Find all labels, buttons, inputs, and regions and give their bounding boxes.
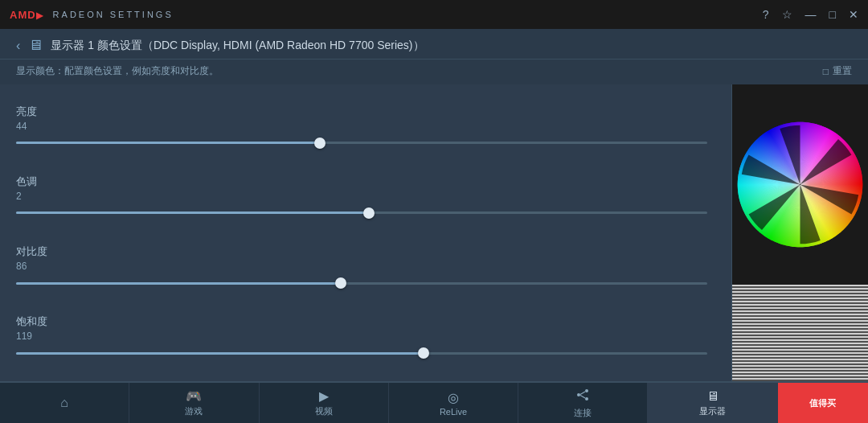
bottom-nav: ⌂ 🎮 游戏 ▶ 视频 ◎ ReLive 连接 🖥 显示器 值得买 xyxy=(0,381,868,423)
app-title: RADEON SETTINGS xyxy=(53,10,174,19)
close-icon[interactable]: ✕ xyxy=(849,8,858,21)
window-controls: ? ☆ — □ ✕ xyxy=(763,8,858,21)
star-icon[interactable]: ☆ xyxy=(782,8,792,21)
nav-item-display[interactable]: 🖥 显示器 xyxy=(648,383,777,423)
slider-container-2[interactable] xyxy=(16,275,707,291)
slider-value-0: 44 xyxy=(16,121,707,132)
preview-panel xyxy=(731,84,868,381)
slider-row-亮度: 亮度44 xyxy=(16,105,707,151)
display-icon: 🖥 xyxy=(706,389,719,404)
slider-row-饱和度: 饱和度119 xyxy=(16,314,707,361)
title-bar: AMD▶ RADEON SETTINGS ? ☆ — □ ✕ xyxy=(0,0,868,29)
connect-icon xyxy=(575,388,590,405)
gradient-preview xyxy=(732,285,868,381)
svg-point-2 xyxy=(585,397,588,400)
reset-label: 重置 xyxy=(833,64,852,78)
restore-icon[interactable]: □ xyxy=(829,8,836,21)
reset-button[interactable]: □ 重置 xyxy=(823,64,852,78)
svg-line-3 xyxy=(580,392,585,395)
svg-point-1 xyxy=(585,389,588,392)
slider-container-0[interactable] xyxy=(16,135,707,151)
page-title: 显示器 1 颜色设置（DDC Display, HDMI (AMD Radeon… xyxy=(51,39,424,53)
subheader: 显示颜色：配置颜色设置，例如亮度和对比度。 □ 重置 xyxy=(0,60,868,84)
sliders-section: 亮度44色调2对比度86饱和度119 xyxy=(0,84,731,381)
minimize-icon[interactable]: — xyxy=(805,8,817,21)
brand-label: 值得买 xyxy=(809,397,836,409)
nav-item-relive[interactable]: ◎ ReLive xyxy=(389,383,518,423)
svg-point-0 xyxy=(577,393,580,396)
back-button[interactable]: ‹ xyxy=(16,39,20,53)
stripes-pattern xyxy=(732,285,868,381)
video-label: 视频 xyxy=(315,405,333,417)
slider-label-3: 饱和度 xyxy=(16,314,707,329)
nav-item-connect[interactable]: 连接 xyxy=(518,383,648,423)
color-wheel-preview xyxy=(732,84,868,285)
display-label: 显示器 xyxy=(699,405,726,417)
relive-label: ReLive xyxy=(440,407,467,417)
slider-label-0: 亮度 xyxy=(16,105,707,119)
slider-value-3: 119 xyxy=(16,331,707,342)
nav-item-gaming[interactable]: 🎮 游戏 xyxy=(129,383,259,423)
help-icon[interactable]: ? xyxy=(763,8,769,21)
amd-arrow: ▶ xyxy=(36,10,43,20)
subheader-description: 显示颜色：配置颜色设置，例如亮度和对比度。 xyxy=(16,64,219,78)
home-icon: ⌂ xyxy=(60,396,68,410)
slider-container-3[interactable] xyxy=(16,345,707,361)
video-icon: ▶ xyxy=(319,388,329,404)
slider-row-对比度: 对比度86 xyxy=(16,244,707,291)
gaming-icon: 🎮 xyxy=(186,388,202,404)
color-wheel-canvas xyxy=(732,84,868,285)
page-header: ‹ 🖥 显示器 1 颜色设置（DDC Display, HDMI (AMD Ra… xyxy=(0,29,868,60)
monitor-icon: 🖥 xyxy=(28,37,43,54)
app-logo: AMD▶ RADEON SETTINGS xyxy=(10,9,174,21)
connect-label: 连接 xyxy=(574,407,592,419)
main-content: 亮度44色调2对比度86饱和度119 xyxy=(0,84,868,381)
slider-value-2: 86 xyxy=(16,261,707,272)
nav-item-brand: 值得买 xyxy=(778,383,868,423)
slider-label-1: 色调 xyxy=(16,175,707,189)
slider-container-1[interactable] xyxy=(16,205,707,221)
slider-label-2: 对比度 xyxy=(16,244,707,259)
svg-line-4 xyxy=(580,395,585,398)
nav-item-video[interactable]: ▶ 视频 xyxy=(260,383,389,423)
gaming-label: 游戏 xyxy=(185,405,203,417)
amd-logo-text: AMD▶ xyxy=(10,9,43,21)
slider-row-色调: 色调2 xyxy=(16,175,707,221)
relive-icon: ◎ xyxy=(448,390,459,405)
reset-icon: □ xyxy=(823,66,829,77)
nav-item-home[interactable]: ⌂ xyxy=(0,383,129,423)
slider-value-1: 2 xyxy=(16,191,707,202)
